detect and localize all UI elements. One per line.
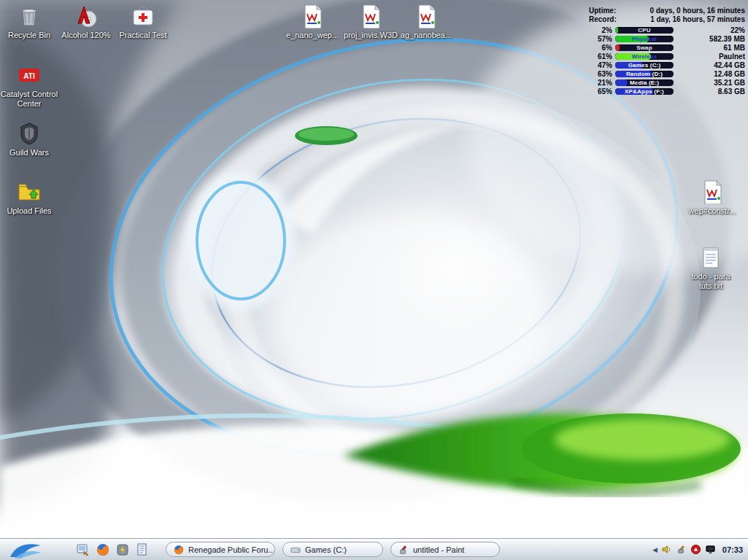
sysmon-meter-row-swap: 6% Swap 61 MB: [589, 43, 745, 52]
desktop-icon-label: Upload Files: [7, 206, 51, 216]
meter-pct: 63%: [589, 70, 612, 78]
paint-icon: [398, 545, 409, 555]
meter-pct: 2%: [589, 26, 612, 34]
sysmon-meter-row-cpu: 2% CPU 22%: [589, 26, 745, 34]
taskbar: Renegade Public Foru... Games (C:) untit…: [0, 538, 748, 560]
desktop-icon-proj-invis[interactable]: proj_invis.W3D: [342, 4, 400, 40]
desktop-icon-label: todo - para tuts.txt: [682, 272, 740, 290]
desktop-icon-guild-wars[interactable]: Guild Wars: [0, 121, 58, 158]
sysmon-meter-row-wireless: 61% Wireless Paulnet: [589, 52, 745, 61]
ati-catalyst-icon: ATI: [17, 63, 42, 88]
meter-pct: 47%: [589, 61, 612, 69]
quicklaunch-show-desktop-icon[interactable]: [76, 542, 90, 557]
meter-bar: Physical: [615, 36, 674, 42]
task-button-label: Renegade Public Foru...: [188, 545, 275, 554]
guild-wars-icon: [17, 121, 42, 146]
desktop-icon-todo-txt[interactable]: todo - para tuts.txt: [682, 245, 740, 290]
volume-icon[interactable]: [661, 544, 672, 555]
sysmon-meter-row-physical: 57% Physical 582.39 MB: [589, 34, 745, 43]
quick-launch-bar: [76, 542, 150, 557]
desktop: Recycle Bin Alcohol 120% Practical Test …: [0, 0, 748, 538]
desktop-icon-wep-constr[interactable]: wep#constr...: [683, 179, 741, 216]
tray-collapse-icon[interactable]: ◀: [652, 546, 658, 553]
task-button-label: untitled - Paint: [413, 545, 464, 554]
meter-label: Games (C:): [615, 62, 674, 69]
desktop-icon-label: wep#constr...: [689, 206, 736, 216]
desktop-icon-upload-files[interactable]: Upload Files: [0, 179, 58, 216]
start-button[interactable]: [0, 539, 51, 560]
quicklaunch-firefox-icon[interactable]: [96, 542, 110, 557]
meter-label: Physical: [615, 36, 674, 42]
meter-value: 61 MB: [676, 44, 745, 52]
desktop-icon-label: Guild Wars: [9, 148, 49, 158]
sysmon-meter-row-drive-e: 21% Media (E:) 35.21 GB: [589, 78, 745, 87]
quicklaunch-document-icon[interactable]: [135, 542, 150, 557]
meter-value: Paulnet: [676, 52, 745, 61]
meter-label: Wireless: [615, 53, 674, 60]
meter-bar: XP&Apps (F:): [615, 88, 674, 95]
task-button-games-c[interactable]: Games (C:): [282, 542, 383, 557]
meter-value: 35.21 GB: [676, 79, 745, 87]
record-label: Record:: [589, 15, 617, 24]
task-button-paint[interactable]: untitled - Paint: [390, 542, 500, 557]
display-tray-icon[interactable]: [705, 544, 716, 555]
drive-icon: [290, 545, 301, 555]
system-monitor: Uptime: 0 days, 0 hours, 16 minutes Reco…: [589, 7, 745, 96]
meter-bar: Wireless: [615, 53, 674, 60]
text-file-icon: [698, 245, 723, 270]
meter-label: Swap: [615, 44, 674, 51]
desktop-icon-catalyst[interactable]: ATI Catalyst Control Center: [0, 63, 58, 108]
desktop-icon-label: Recycle Bin: [8, 31, 50, 40]
desktop-icon-recycle-bin[interactable]: Recycle Bin: [0, 4, 58, 40]
w3d-file-icon: [358, 4, 383, 28]
task-button-group: Renegade Public Foru... Games (C:) untit…: [166, 542, 500, 557]
meter-bar: Swap: [615, 44, 674, 51]
meter-bar: CPU: [615, 27, 674, 34]
task-button-firefox[interactable]: Renegade Public Foru...: [166, 542, 275, 557]
meter-value: 22%: [676, 26, 745, 34]
meter-label: XP&Apps (F:): [615, 88, 674, 95]
meter-bar: Games (C:): [615, 62, 674, 69]
ati-tray-icon[interactable]: [690, 544, 701, 555]
meter-value: 42.44 GB: [676, 61, 745, 69]
desktop-icon-ag-nanobea[interactable]: ag_nanobea...: [397, 4, 455, 40]
system-tray: ◀ 07:33: [652, 544, 748, 555]
meter-bar: Media (E:): [615, 79, 674, 86]
firefox-icon: [174, 545, 184, 555]
meter-value: 12.48 GB: [676, 70, 745, 78]
record-value: 1 day, 16 hours, 57 minutes: [650, 15, 745, 24]
desktop-icon-e-nano-wep[interactable]: e_nano_wep...: [283, 4, 342, 40]
desktop-icon-label: Alcohol 120%: [61, 31, 110, 40]
meter-pct: 6%: [589, 44, 612, 52]
quicklaunch-winamp-icon[interactable]: [115, 542, 130, 557]
start-logo-icon: [8, 541, 43, 559]
taskbar-clock[interactable]: 07:33: [722, 545, 743, 554]
meter-bar: Random (D:): [615, 71, 674, 77]
meter-label: Media (E:): [615, 79, 674, 86]
w3d-file-icon: [414, 4, 439, 28]
sysmon-meter-row-drive-f: 65% XP&Apps (F:) 8.63 GB: [589, 87, 745, 96]
uptime-label: Uptime:: [589, 7, 616, 15]
desktop-icon-label: Practical Test: [119, 31, 166, 40]
meter-pct: 21%: [589, 79, 612, 87]
alcohol-icon: [74, 4, 99, 28]
sysmon-meter-row-drive-d: 63% Random (D:) 12.48 GB: [589, 69, 745, 78]
meter-label: Random (D:): [615, 71, 674, 77]
paint-tray-icon[interactable]: [676, 544, 687, 555]
desktop-icon-label: e_nano_wep...: [286, 31, 339, 40]
w3d-file-icon: [300, 4, 325, 28]
desktop-icon-label: proj_invis.W3D: [344, 31, 398, 40]
sysmon-meter-row-drive-c: 47% Games (C:) 42.44 GB: [589, 61, 745, 69]
meter-value: 8.63 GB: [676, 88, 745, 96]
first-aid-icon: [131, 4, 155, 28]
meter-pct: 57%: [589, 35, 612, 43]
desktop-icon-alcohol[interactable]: Alcohol 120%: [57, 4, 115, 40]
meter-pct: 65%: [589, 88, 612, 96]
desktop-icon-label: ag_nanobea...: [401, 31, 452, 40]
meter-label: CPU: [615, 27, 674, 34]
desktop-icon-practical-test[interactable]: Practical Test: [114, 4, 172, 40]
svg-text:ATI: ATI: [23, 72, 35, 80]
w3d-file-icon: [700, 179, 725, 204]
sysmon-uptime-row: Uptime: 0 days, 0 hours, 16 minutes: [589, 7, 745, 15]
meter-pct: 61%: [589, 52, 612, 61]
